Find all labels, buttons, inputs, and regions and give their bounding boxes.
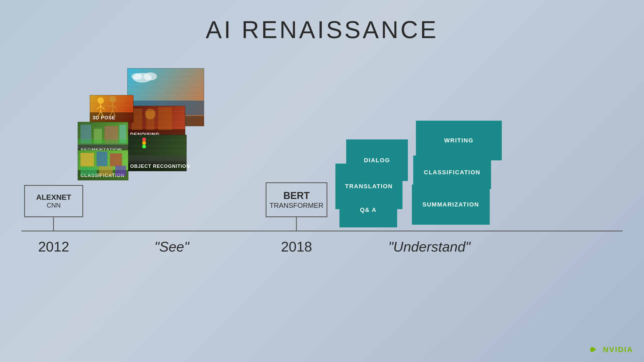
understand-box-classification: CLASSIFICATION: [413, 156, 491, 189]
bert-sublabel: TRANSFORMER: [270, 201, 324, 210]
bert-box: BERT TRANSFORMER: [266, 182, 327, 217]
understand-box-label-1: TRANSLATION: [344, 182, 394, 191]
bert-label: BERT: [283, 190, 310, 201]
alexnet-box: ALEXNET CNN: [24, 185, 83, 217]
timeline-line: [21, 231, 623, 231]
bert-connector: [296, 217, 297, 231]
alexnet-connector: [53, 217, 54, 231]
nvidia-text: NVIDIA: [603, 345, 633, 354]
slide-title: AI RENAISSANCE: [0, 0, 644, 44]
alexnet-label: ALEXNET: [36, 193, 71, 202]
understand-box-q&-a: Q& A: [339, 193, 397, 227]
nvidia-icon: [590, 346, 601, 354]
understand-box-writing: WRITING: [416, 121, 502, 160]
timeline-label-2012: 2012: [38, 239, 69, 255]
understand-box-label-3: WRITING: [443, 136, 475, 145]
timeline-label--understand-: "Understand": [388, 239, 470, 255]
understand-box-label-2: Q& A: [358, 205, 378, 215]
understand-box-label-5: SUMMARIZATION: [421, 200, 480, 209]
understand-box-label-4: CLASSIFICATION: [423, 168, 482, 177]
nvidia-logo: NVIDIA: [590, 345, 633, 354]
timeline-label--see-: "See": [154, 239, 189, 255]
illustration-canvas: [0, 0, 644, 362]
alexnet-sublabel: CNN: [47, 202, 61, 209]
timeline-label-2018: 2018: [281, 239, 312, 255]
understand-box-summarization: SUMMARIZATION: [412, 184, 490, 225]
